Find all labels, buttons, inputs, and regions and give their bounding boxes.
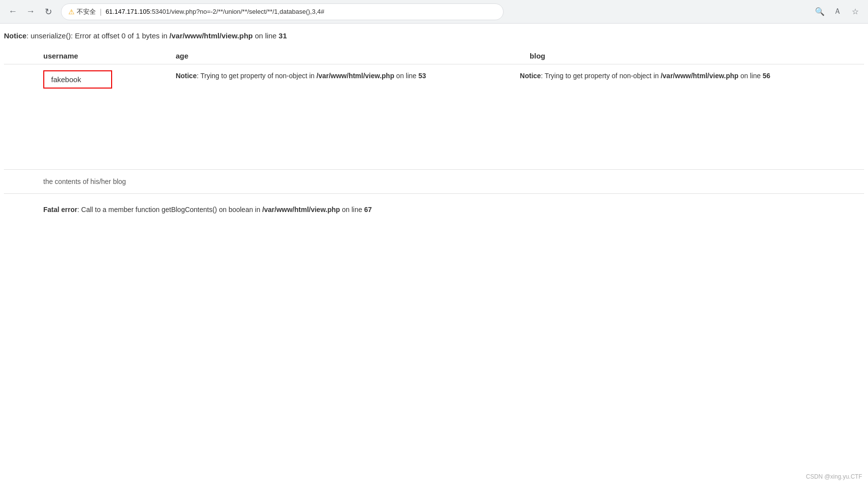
divider-2 [4,193,864,194]
age-notice-path: /var/www/html/view.php [317,72,394,80]
back-button[interactable]: ← [6,5,20,19]
forward-button[interactable]: → [24,5,37,19]
security-warning: ⚠ 不安全 [68,7,96,16]
fatal-error-section: Fatal error: Call to a member function g… [4,198,864,221]
blog-notice-online: on line [739,72,763,80]
table-row: fakebook Notice: Trying to get property … [4,64,864,91]
age-notice: Notice: Trying to get property of non-ob… [176,70,514,81]
nav-buttons: ← → ↻ [6,5,55,19]
toolbar-right: 🔍 Ａ ☆ [813,5,862,19]
separator: | [100,8,102,16]
username-cell: fakebook [4,64,176,91]
blog-notice-label: Notice [520,72,541,80]
table-header-row: username age blog [4,48,864,64]
browser-toolbar: ← → ↻ ⚠ 不安全 | 61.147.171.105:53401/view.… [0,0,868,24]
username-value: fakebook [51,75,81,84]
star-icon[interactable]: ☆ [848,5,862,19]
fatal-error-label: Fatal error [43,206,77,213]
divider-1 [4,169,864,170]
age-notice-linenum: 53 [419,72,426,80]
age-notice-message: : Trying to get property of non-object i… [197,72,317,80]
data-table: username age blog fakebook Notice: Tryin… [4,48,864,91]
blog-notice: Notice: Trying to get property of non-ob… [520,70,858,81]
fatal-error-online: on line [340,206,364,213]
reload-button[interactable]: ↻ [41,5,55,19]
watermark-text: CSDN @xing.yu.CTF [806,473,862,480]
col-header-blog: blog [520,48,864,64]
security-label: 不安全 [77,7,96,16]
notice-top-message: : unserialize(): Error at offset 0 of 1 … [27,31,170,40]
reader-icon[interactable]: Ａ [831,5,844,19]
watermark: CSDN @xing.yu.CTF [806,473,862,480]
notice-top-path: /var/www/html/view.php [170,31,253,40]
age-notice-online: on line [394,72,419,80]
url-base: 61.147.171.105 [106,8,150,15]
col-header-username: username [4,48,176,64]
url-path: /view.php?no=-2/**/union/**/select/**/1,… [170,8,325,15]
fatal-error-path: /var/www/html/view.php [262,206,340,213]
fatal-error-message: : Call to a member function getBlogConte… [77,206,262,213]
blog-cell: Notice: Trying to get property of non-ob… [520,64,864,91]
zoom-icon[interactable]: 🔍 [813,5,827,19]
blog-contents: the contents of his/her blog [4,174,864,189]
notice-top: Notice: unserialize(): Error at offset 0… [4,31,864,40]
page-content: Notice: unserialize(): Error at offset 0… [0,24,868,221]
notice-top-online: on line [253,31,279,40]
warning-icon: ⚠ [68,8,75,16]
blog-notice-linenum: 56 [763,72,771,80]
blog-notice-path: /var/www/html/view.php [660,72,738,80]
col-header-age: age [176,48,520,64]
age-cell: Notice: Trying to get property of non-ob… [176,64,520,91]
notice-top-label: Notice [4,31,27,40]
age-notice-label: Notice [176,72,197,80]
address-bar[interactable]: ⚠ 不安全 | 61.147.171.105:53401/view.php?no… [61,3,504,20]
fatal-error-linenum: 67 [364,206,372,213]
notice-top-linenum: 31 [279,31,287,40]
url-text: 61.147.171.105:53401/view.php?no=-2/**/u… [106,8,325,15]
blog-contents-text: the contents of his/her blog [43,178,126,185]
url-port: :53401 [150,8,170,15]
username-box: fakebook [43,70,112,89]
blog-notice-message: : Trying to get property of non-object i… [541,72,661,80]
